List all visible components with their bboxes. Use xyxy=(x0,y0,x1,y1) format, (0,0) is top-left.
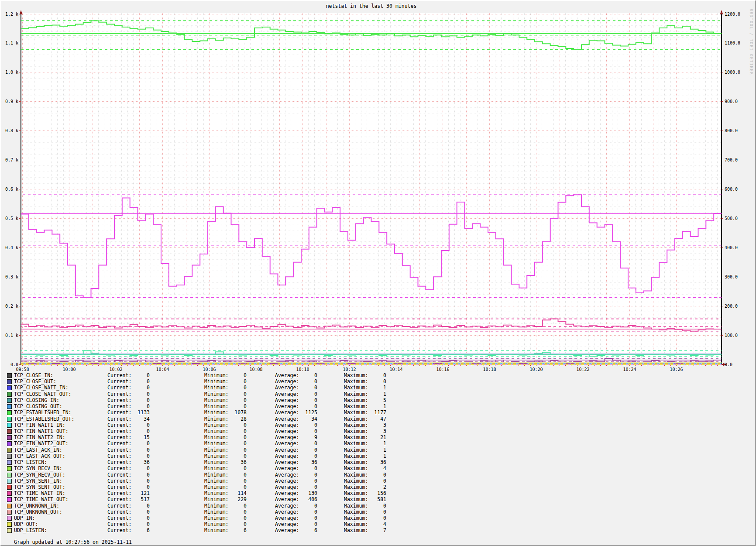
legend-stat-label: Maximum: xyxy=(344,440,368,446)
legend-stat-value: 0 xyxy=(298,521,317,527)
legend-stat-value: 0 xyxy=(367,509,386,515)
legend-stat-label: Current: xyxy=(107,422,131,428)
legend-stat-value: 3 xyxy=(367,428,386,434)
legend-stat-label: Current: xyxy=(107,409,131,416)
legend-stat-label: Maximum: xyxy=(344,484,368,490)
y-axis-right-tick-label: 800.0 xyxy=(725,128,738,134)
legend-stat-value: 3 xyxy=(367,422,386,428)
legend-stat-label: Maximum: xyxy=(344,428,368,434)
legend-stat-value: 1133 xyxy=(131,409,150,416)
legend-series-name: TCP_UNKNOWN_OUT: xyxy=(14,509,62,515)
y-axis-left-tick-label: 0.1 k xyxy=(1,333,18,338)
legend-stat-value: 36 xyxy=(367,459,386,465)
legend-stat-value: 34 xyxy=(298,416,317,422)
legend-series-name: TCP_CLOSE_IN: xyxy=(14,372,53,378)
legend-stat-label: Minimum: xyxy=(204,391,228,397)
legend-stat-label: Maximum: xyxy=(344,416,368,422)
y-axis-right-tick-label: 1100.0 xyxy=(725,40,740,46)
legend-stat-label: Current: xyxy=(107,378,131,385)
legend-stat-label: Current: xyxy=(107,428,131,434)
legend-stat-value: 0 xyxy=(131,428,150,434)
legend-stat-value: 0 xyxy=(227,515,247,521)
legend-stat-value: 0 xyxy=(227,422,247,428)
legend-stat-label: Minimum: xyxy=(204,416,228,422)
legend-stat-value: 28 xyxy=(227,416,247,422)
legend-row: TCP_FIN_WAIT1_OUT:Current:0Minimum:0Aver… xyxy=(1,428,756,434)
legend-stat-value: 0 xyxy=(298,503,317,509)
legend-stat-label: Current: xyxy=(107,465,131,471)
legend-stat-label: Average: xyxy=(275,378,299,385)
legend-stat-label: Maximum: xyxy=(344,453,368,459)
legend-stat-value: 0 xyxy=(131,422,150,428)
legend-stat-value: 0 xyxy=(131,391,150,397)
y-axis-right-tick-label: 600.0 xyxy=(725,186,738,192)
legend-stat-label: Current: xyxy=(107,503,131,509)
legend-row: TCP_CLOSING_IN:Current:0Minimum:0Average… xyxy=(1,397,756,403)
rrd-graph-image: netstat in the last 30 minutes 1.2 k1.1 … xyxy=(0,0,756,546)
legend-stat-value: 0 xyxy=(227,509,247,515)
legend-color-swatch xyxy=(7,504,12,508)
legend-stat-label: Minimum: xyxy=(204,478,228,484)
legend-stat-label: Maximum: xyxy=(344,385,368,391)
legend-row: UDP_IN:Current:0Minimum:0Average:0Maximu… xyxy=(1,515,756,521)
legend-color-swatch xyxy=(7,379,12,384)
legend-stat-value: 0 xyxy=(131,403,150,409)
y-axis-left-tick-label: 0.3 k xyxy=(1,274,18,280)
legend-stat-label: Current: xyxy=(107,459,131,465)
legend-row: TCP_TIME_WAIT_OUT:Current:517Minimum:229… xyxy=(1,496,756,502)
y-axis-right-tick-label: 900.0 xyxy=(725,99,738,104)
legend-stat-value: 0 xyxy=(298,422,317,428)
legend-stat-value: 0 xyxy=(227,428,247,434)
legend-series-name: TCP_CLOSE_WAIT_IN: xyxy=(14,385,69,391)
legend-stat-label: Current: xyxy=(107,484,131,490)
legend-stat-value: 0 xyxy=(227,372,247,378)
legend-stat-value: 229 xyxy=(227,496,247,502)
legend-series-name: TCP_ESTABLISHED_IN: xyxy=(14,409,72,416)
legend-stat-label: Average: xyxy=(275,521,299,527)
legend-stat-value: 0 xyxy=(131,515,150,521)
legend-stat-label: Current: xyxy=(107,527,131,533)
legend-stat-value: 1 xyxy=(367,440,386,446)
legend-stat-value: 0 xyxy=(227,465,247,471)
legend-color-swatch xyxy=(7,491,12,496)
legend-stat-value: 156 xyxy=(367,490,386,496)
legend-stat-value: 1078 xyxy=(227,409,247,416)
legend-stat-value: 36 xyxy=(131,459,150,465)
x-axis-tick-label: 10:04 xyxy=(153,367,172,372)
legend-stat-label: Maximum: xyxy=(344,472,368,478)
legend-stat-value: 4 xyxy=(367,465,386,471)
legend: TCP_CLOSE_IN:Current:0Minimum:0Average:0… xyxy=(1,372,756,534)
legend-row: TCP_CLOSE_IN:Current:0Minimum:0Average:0… xyxy=(1,372,756,378)
legend-stat-label: Minimum: xyxy=(204,527,228,533)
legend-color-swatch xyxy=(7,429,12,434)
legend-stat-label: Minimum: xyxy=(204,453,228,459)
legend-row: TCP_FIN_WAIT1_IN:Current:0Minimum:0Avera… xyxy=(1,422,756,428)
legend-stat-value: 0 xyxy=(227,472,247,478)
y-axis-left-tick-label: 0.4 k xyxy=(1,245,18,251)
legend-stat-value: 6 xyxy=(298,527,317,533)
legend-stat-label: Current: xyxy=(107,385,131,391)
legend-stat-label: Minimum: xyxy=(204,490,228,496)
legend-row: TCP_CLOSE_WAIT_IN:Current:0Minimum:0Aver… xyxy=(1,385,756,391)
legend-stat-value: 0 xyxy=(298,484,317,490)
x-axis-tick-label: 10:24 xyxy=(620,367,639,372)
legend-color-swatch xyxy=(7,497,12,502)
legend-series-name: TCP_CLOSING_IN: xyxy=(14,397,59,403)
legend-stat-value: 0 xyxy=(298,428,317,434)
legend-row: TCP_SYN_RECV_IN:Current:0Minimum:0Averag… xyxy=(1,465,756,471)
y-axis-right-tick-label: 200.0 xyxy=(725,303,738,309)
legend-stat-label: Maximum: xyxy=(344,496,368,502)
legend-stat-label: Average: xyxy=(275,403,299,409)
legend-stat-value: 0 xyxy=(367,378,386,385)
legend-stat-label: Current: xyxy=(107,478,131,484)
legend-series-name: UDP_IN: xyxy=(14,515,35,521)
x-axis-tick-label: 10:22 xyxy=(574,367,593,372)
legend-color-swatch xyxy=(7,460,12,465)
legend-stat-label: Average: xyxy=(275,428,299,434)
y-axis-right-tick-label: 300.0 xyxy=(725,274,738,280)
legend-stat-label: Maximum: xyxy=(344,465,368,471)
legend-stat-value: 0 xyxy=(227,378,247,385)
legend-stat-value: 0 xyxy=(367,372,386,378)
legend-row: TCP_UNKNOWN_IN:Current:0Minimum:0Average… xyxy=(1,503,756,509)
y-axis-right-tick-label: 700.0 xyxy=(725,157,738,163)
